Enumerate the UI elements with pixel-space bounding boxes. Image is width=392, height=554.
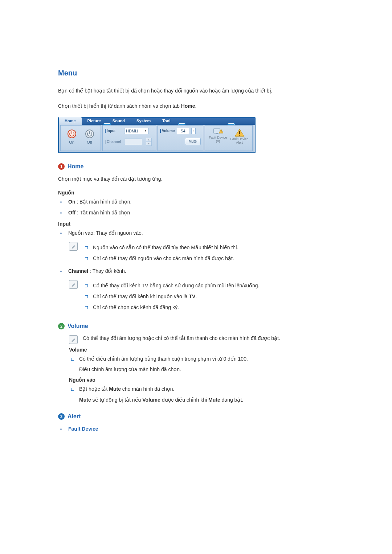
- input-label: Input: [105, 129, 122, 133]
- volume-label: Volume: [160, 129, 175, 133]
- note-block: Có thể thay đổi kênh TV bằng cách sử dụn…: [69, 279, 334, 314]
- list-item: On : Bật màn hình đã chọn.: [58, 198, 334, 206]
- power-off-icon: [85, 129, 94, 139]
- tab-system[interactable]: System: [131, 118, 156, 125]
- list-item: Channel : Thay đổi kênh.: [58, 267, 334, 276]
- fault-device-alert[interactable]: Fault Device Alert: [230, 128, 248, 145]
- badge-3-icon: 3: [58, 413, 65, 420]
- input-dropdown[interactable]: HDMI1▼: [124, 128, 149, 134]
- volume-slider-arrow[interactable]: ▸: [191, 128, 196, 134]
- app-screenshot: Home Picture Sound System Tool 1 2 3 On: [58, 117, 256, 153]
- intro-paragraph-1: Bạn có thể bật hoặc tắt thiết bị đã chọn…: [58, 87, 334, 95]
- tab-tool[interactable]: Tool: [156, 118, 176, 125]
- list-item: Off : Tắt màn hình đã chọn: [58, 209, 334, 217]
- channel-field[interactable]: [124, 139, 142, 145]
- list-item: Nguồn vào có sẵn có thể thay đổi tùy the…: [83, 243, 238, 252]
- nguonvao-sub-heading: Nguồn vào: [69, 377, 334, 383]
- section-2-header: 2 Volume: [58, 323, 334, 329]
- power-off-button[interactable]: Off: [85, 129, 94, 144]
- tab-home[interactable]: Home: [59, 117, 82, 125]
- section-3-header: 3 Alert: [58, 413, 334, 420]
- warning-triangle-icon: [234, 128, 245, 137]
- list-item: Nguồn vào: Thay đổi nguồn vào.: [58, 229, 334, 238]
- section-3-title: Alert: [68, 413, 81, 420]
- power-panel: On Off: [60, 125, 101, 151]
- svg-point-9: [239, 135, 240, 136]
- monitor-warning-icon: [213, 128, 223, 136]
- svg-rect-3: [216, 134, 218, 134]
- section-1-header: 1 Home: [58, 163, 334, 170]
- svg-point-6: [221, 132, 221, 133]
- channel-label: Channel: [105, 140, 122, 144]
- list-item: Có thể điều chỉnh âm lượng bằng thanh cu…: [69, 355, 334, 374]
- input-heading: Input: [58, 221, 334, 227]
- fault-device-count[interactable]: Fault Device (0): [209, 128, 227, 145]
- list-item: Bật hoặc tắt Mute cho màn hình đã chọn. …: [69, 385, 334, 405]
- alert-panel: Fault Device (0) Fault Device Alert: [205, 125, 253, 151]
- badge-1-icon: 1: [58, 163, 65, 170]
- nguon-heading: Nguồn: [58, 190, 334, 196]
- volume-sub-heading: Volume: [69, 347, 334, 353]
- list-item: Fault Device: [58, 425, 334, 434]
- section-2-title: Volume: [68, 323, 88, 329]
- mute-button[interactable]: Mute: [185, 138, 201, 145]
- svg-rect-2: [213, 129, 220, 133]
- volume-field[interactable]: 54: [177, 128, 189, 134]
- note-block: Nguồn vào có sẵn có thể thay đổi tùy the…: [69, 241, 334, 265]
- volume-panel: Volume 54 ▸ Mute: [158, 125, 203, 151]
- list-item: Có thể thay đổi kênh TV bằng cách sử dụn…: [83, 282, 259, 290]
- list-item: Chỉ có thể chọn các kênh đã đăng ký.: [83, 303, 259, 312]
- section-1-title: Home: [68, 163, 83, 170]
- note-icon: [69, 335, 78, 344]
- note-block: Có thể thay đổi âm lượng hoặc chỉ có thể…: [69, 335, 334, 344]
- note-icon: [69, 242, 78, 251]
- power-on-button[interactable]: On: [67, 129, 77, 144]
- power-on-icon: [67, 129, 77, 139]
- note-icon: [69, 280, 78, 289]
- chevron-down-icon: ▼: [144, 129, 147, 132]
- intro-paragraph-2: Chọn thiết bị hiển thị từ danh sách nhóm…: [58, 102, 334, 111]
- page-title: Menu: [58, 69, 334, 77]
- tab-picture[interactable]: Picture: [82, 118, 107, 125]
- list-item: Chỉ có thể thay đổi nguồn vào cho các mà…: [83, 254, 238, 263]
- badge-2-icon: 2: [58, 323, 65, 329]
- tab-bar: Home Picture Sound System Tool: [59, 118, 255, 125]
- channel-stepper[interactable]: ▲▼: [146, 138, 152, 146]
- section-1-desc: Chọn một mục và thay đổi cài đặt tương ứ…: [58, 175, 334, 184]
- note-text: Có thể thay đổi âm lượng hoặc chỉ có thể…: [83, 335, 280, 341]
- list-item: Chỉ có thể thay đổi kênh khi nguồn vào l…: [83, 292, 259, 301]
- input-panel: Input HDMI1▼ Channel ▲▼: [102, 125, 156, 151]
